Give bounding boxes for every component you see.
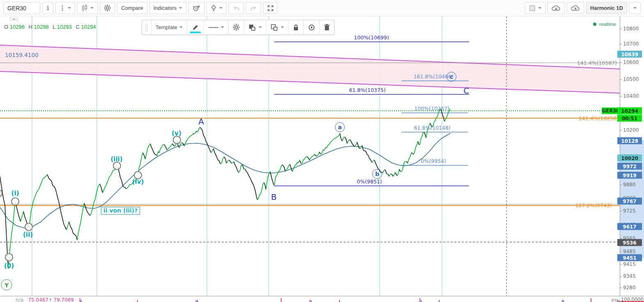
axis-price-badge: 10128 <box>617 137 642 144</box>
line-style-button[interactable] <box>204 20 229 34</box>
layout-name-button[interactable]: Harmonic 1D <box>586 2 627 14</box>
lock-drawing-button[interactable] <box>289 20 304 34</box>
trash-icon <box>324 24 330 31</box>
elliott-wave-y-label[interactable]: Y <box>1 279 12 291</box>
realtime-dot-icon <box>593 23 596 26</box>
fib-label[interactable]: 0%(9851) <box>357 178 382 185</box>
lock-icon <box>293 24 299 31</box>
wave-marker[interactable] <box>173 136 181 144</box>
hide-drawing-button[interactable] <box>304 20 320 34</box>
elliott-wave-circled[interactable]: a <box>335 122 345 132</box>
gear-icon <box>233 24 240 31</box>
wave-marker[interactable] <box>0 190 2 197</box>
fullscreen-button[interactable] <box>263 2 278 14</box>
elliott-wave-label[interactable]: (iv) <box>132 178 144 185</box>
chart-settings-button[interactable] <box>100 2 115 14</box>
elliott-wave-letter[interactable]: C <box>463 86 469 96</box>
channel-price-label[interactable]: 10159.4100 <box>5 52 39 58</box>
elliott-wave-label[interactable]: (ii) <box>23 231 33 238</box>
redo-button[interactable] <box>246 2 261 14</box>
fib-label[interactable]: 0%(9954) <box>421 158 446 164</box>
elliott-wave-circled[interactable]: b <box>372 169 382 179</box>
fullscreen-icon <box>267 5 274 11</box>
interval-button[interactable]: 1 <box>42 2 53 14</box>
layout-menu-button[interactable] <box>629 2 641 14</box>
elliott-wave-label[interactable]: (i) <box>11 190 19 197</box>
axis-tick: 9415 <box>623 261 636 267</box>
indicators-button[interactable]: Indicators <box>149 2 186 14</box>
send-to-back-icon <box>270 24 279 31</box>
cloud-upload-icon <box>571 5 580 11</box>
toolbar-drag-handle[interactable] <box>142 20 151 34</box>
open-value: 10296 <box>10 24 25 30</box>
level-label[interactable]: 127.2%(9743) <box>575 202 612 208</box>
layout-select-button[interactable] <box>525 2 545 14</box>
send-backward-button[interactable] <box>266 20 289 34</box>
undo-button[interactable] <box>229 2 244 14</box>
chevron-down-icon <box>179 26 183 28</box>
axis-tick: 9345 <box>623 273 636 279</box>
wave-marker[interactable] <box>11 198 19 205</box>
active-tool-indicator <box>190 32 201 33</box>
chevron-down-icon <box>538 7 541 9</box>
chart-style-button[interactable] <box>77 2 98 14</box>
axis-price-badge: 9972 <box>617 163 642 170</box>
elliott-wave-circled[interactable]: c <box>447 72 456 82</box>
high-label: H <box>29 24 32 30</box>
wave-marker[interactable] <box>113 162 121 169</box>
undo-arrow-icon <box>233 5 240 11</box>
drawing-settings-button[interactable] <box>229 20 244 34</box>
elliott-wave-letter[interactable]: A <box>198 117 204 126</box>
level-label[interactable]: 141.4%(10587) <box>577 60 617 66</box>
save-layout-button[interactable] <box>567 2 584 14</box>
fib-label[interactable]: 61.8%(10148) <box>414 125 450 131</box>
chevron-down-icon <box>68 7 71 9</box>
channel-band[interactable] <box>0 45 620 93</box>
wave-note[interactable]: ii von (iii)? <box>101 207 140 215</box>
chart-canvas[interactable] <box>0 16 644 302</box>
toolbar-collapse-tab[interactable] <box>10 17 18 21</box>
bring-forward-button[interactable] <box>244 20 266 34</box>
compare-button[interactable]: Compare <box>117 2 147 14</box>
top-toolbar: GER30 1 <box>0 0 644 16</box>
fib-label[interactable]: 100%(10699) <box>354 34 389 41</box>
load-layout-button[interactable] <box>548 2 565 14</box>
indicator-pane[interactable]: n/a 75.0467↑ 79.7069 100.0000 ▲ <box>0 296 644 302</box>
wave-marker[interactable] <box>25 223 32 231</box>
layout-name-label: Harmonic 1D <box>590 5 623 11</box>
wave-marker[interactable] <box>5 254 13 261</box>
moving-average-line[interactable] <box>0 133 450 228</box>
elliott-wave-label[interactable]: (v) <box>172 130 181 137</box>
indicator-spikes <box>0 296 644 302</box>
high-value: 10298 <box>34 24 49 30</box>
axis-price-badge: 9767 <box>617 198 642 205</box>
bring-to-front-icon <box>248 24 257 31</box>
template-label: Template <box>156 24 177 30</box>
elliott-wave-label[interactable]: (0) <box>4 262 14 270</box>
axis-price-badge: 9617 <box>617 223 642 230</box>
indicator-value-1: 75.0467 <box>28 297 48 302</box>
symbol-button[interactable]: GER30 <box>3 2 40 14</box>
fib-label[interactable]: 61.8%(10375) <box>349 87 385 93</box>
chart-area[interactable]: O 10296 H 10298 L 10293 C 10294 realtime… <box>0 16 644 302</box>
axis-tick: 9725 <box>623 208 636 214</box>
add-alert-button[interactable] <box>188 2 204 14</box>
elliott-wave-letter[interactable]: B <box>271 192 277 202</box>
template-dropdown[interactable]: Template <box>151 20 187 34</box>
realtime-status: realtime <box>593 22 616 27</box>
axis-tick: 10700 <box>623 41 639 47</box>
trendline-icon <box>208 25 219 30</box>
scroll-to-realtime-button[interactable]: ▲ <box>611 299 617 302</box>
elliott-wave-label[interactable]: (iii) <box>110 156 122 163</box>
fib-label[interactable]: 100%(10267) <box>414 105 449 112</box>
level-label[interactable]: 141.4%(10250) <box>579 115 619 121</box>
close-label: C <box>76 24 79 30</box>
price-axis[interactable]: 1080010700106001050010400102001004098809… <box>620 16 644 296</box>
layout-grid-icon <box>529 5 536 11</box>
interval-label: 1 <box>46 5 49 11</box>
interval-menu-button[interactable] <box>55 2 75 14</box>
drag-dots-icon <box>144 23 149 32</box>
draw-tool-button[interactable] <box>187 20 204 34</box>
ideas-button[interactable] <box>206 2 227 14</box>
delete-drawing-button[interactable] <box>320 20 334 34</box>
